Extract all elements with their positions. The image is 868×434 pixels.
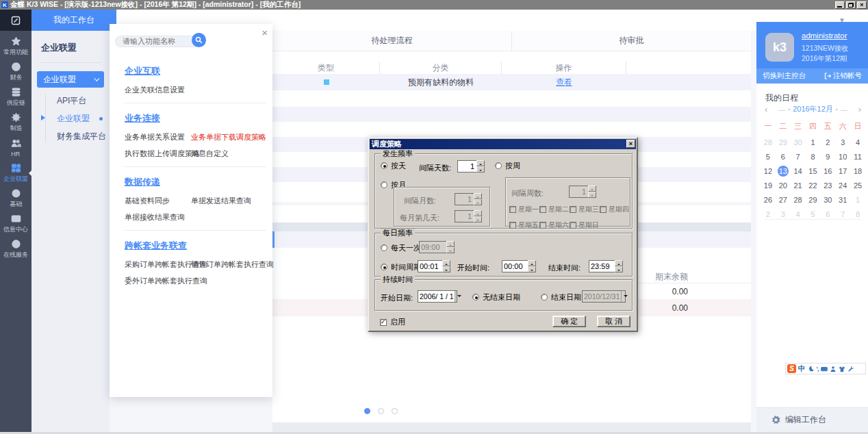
sidebar-item-common[interactable]: 常用功能 <box>0 34 31 59</box>
edit-workspace-button[interactable]: 编辑工作台 <box>756 407 868 432</box>
close-button[interactable]: × <box>857 1 867 9</box>
spin-down[interactable] <box>442 266 450 272</box>
start-time-spinner[interactable]: 00:00 <box>502 260 536 272</box>
view-link[interactable]: 查看 <box>556 77 572 88</box>
start-date-dropdown[interactable]: 2006/ 1 / 1 <box>418 290 457 303</box>
dropdown-arrow-icon[interactable] <box>455 291 457 302</box>
calendar-day[interactable]: 2 <box>820 137 835 148</box>
dialog-titlebar[interactable]: 调度策略 <box>370 139 636 149</box>
spin-down[interactable] <box>615 266 623 272</box>
calendar-day[interactable]: 4 <box>791 209 806 220</box>
function-link[interactable]: 业务单据关系设置 <box>125 132 191 142</box>
function-link[interactable]: 销售订单跨帐套执行查询 <box>191 259 274 270</box>
calendar-day[interactable]: 25 <box>850 180 865 191</box>
interval-days-spinner[interactable]: 1 <box>457 160 485 173</box>
sidebar-item-online-service[interactable]: 在线服务 <box>0 236 31 261</box>
calendar-day[interactable]: 7 <box>791 151 806 162</box>
calendar-day[interactable]: 28 <box>761 137 776 148</box>
calendar-day[interactable]: 18 <box>850 166 865 177</box>
sogou-logo-icon[interactable]: S <box>787 364 796 373</box>
calendar-day[interactable]: 29 <box>806 194 821 205</box>
end-time-spinner[interactable]: 23:59 <box>589 260 623 272</box>
cancel-button[interactable]: 取 消 <box>597 316 630 327</box>
function-link[interactable]: 消息自定义 <box>191 149 266 159</box>
function-link[interactable]: 委外订单跨帐套执行查询 <box>125 276 191 286</box>
spin-up[interactable] <box>615 260 623 266</box>
radio-by-day[interactable]: 按天 <box>381 162 406 170</box>
radio-end-date[interactable]: 结束日期: <box>541 293 583 301</box>
calendar-day[interactable]: 8 <box>850 209 865 220</box>
calendar-prev-icon[interactable]: ‹ <box>763 104 769 114</box>
calendar-day[interactable]: 30 <box>791 137 806 148</box>
calendar-day[interactable]: 31 <box>835 194 850 205</box>
ime-language-toggle[interactable]: 中 <box>798 364 806 374</box>
function-link[interactable]: 采购订单跨帐套执行查询 <box>125 259 191 270</box>
page-dot-2[interactable] <box>378 408 384 414</box>
spin-up[interactable] <box>528 260 536 266</box>
function-link[interactable]: 业务单据下载调度策略 <box>191 132 266 142</box>
logout-link[interactable]: 注销帐号 <box>824 71 862 81</box>
calendar-day[interactable]: 6 <box>776 151 791 162</box>
search-button[interactable] <box>192 33 206 47</box>
function-link[interactable]: 基础资料同步 <box>125 196 191 206</box>
sidebar-item-basic[interactable]: 基础 <box>0 186 31 211</box>
spin-up[interactable] <box>442 260 450 266</box>
tab-pending-approvals[interactable]: 待审批 <box>511 31 751 51</box>
sidebar-item-enterprise-alliance[interactable]: 企业联盟 <box>0 160 31 186</box>
calendar-day[interactable]: 10 <box>835 151 850 162</box>
minimize-button[interactable] <box>835 1 845 9</box>
ok-button[interactable]: 确 定 <box>552 316 586 327</box>
calendar-day[interactable]: 12 <box>761 166 776 177</box>
function-link[interactable]: 企业关联信息设置 <box>125 85 191 95</box>
calendar-day[interactable]: 29 <box>776 137 791 148</box>
calendar-day[interactable]: 27 <box>776 194 791 205</box>
switch-console-link[interactable]: 切换到主控台 <box>763 71 806 81</box>
person-icon[interactable] <box>830 366 837 372</box>
radio-once-daily[interactable]: 每天一次 <box>381 244 421 252</box>
calendar-day[interactable]: 13 <box>776 166 791 177</box>
radio-no-end-date[interactable]: 无结束日期 <box>472 293 520 301</box>
flyout-close-icon[interactable]: × <box>261 28 268 38</box>
menu-item-enterprise-alliance[interactable]: 企业联盟 <box>45 110 110 127</box>
period-spinner[interactable]: 00:01 <box>418 260 450 272</box>
calendar-day[interactable]: 24 <box>835 180 850 191</box>
module-dropdown-button[interactable]: 企业联盟 <box>37 71 104 88</box>
workspace-menu-button[interactable] <box>0 10 31 31</box>
calendar-day[interactable]: 4 <box>850 137 865 148</box>
calendar-day[interactable]: 14 <box>791 166 806 177</box>
dialog-close-button[interactable]: × <box>626 140 635 148</box>
calendar-day[interactable]: 28 <box>791 194 806 205</box>
skin-shirt-icon[interactable] <box>839 366 845 372</box>
calendar-day[interactable]: 20 <box>776 180 791 191</box>
calendar-day[interactable]: 3 <box>835 137 850 148</box>
calendar-day[interactable]: 7 <box>835 209 850 220</box>
calendar-next-icon[interactable]: › <box>857 104 863 114</box>
sidebar-item-finance[interactable]: $ 财务 <box>0 59 31 84</box>
function-link[interactable]: 执行数据上传调度策略 <box>125 149 191 159</box>
username-link[interactable]: administrator <box>802 31 847 40</box>
calendar-day[interactable]: 5 <box>806 209 821 220</box>
restore-button[interactable] <box>846 1 856 9</box>
calendar-day[interactable]: 3 <box>776 209 791 220</box>
calendar-day[interactable]: 17 <box>835 166 850 177</box>
calendar-day[interactable]: 22 <box>806 180 821 191</box>
sidebar-item-message-center[interactable]: 信息中心 <box>0 211 31 236</box>
radio-by-week[interactable]: 按周 <box>495 162 520 170</box>
calendar-day[interactable]: 6 <box>820 209 835 220</box>
calendar-day[interactable]: 30 <box>820 194 835 205</box>
spin-up[interactable] <box>476 160 485 166</box>
search-input[interactable] <box>115 36 201 47</box>
punctuation-toggle[interactable]: ’, <box>817 366 819 372</box>
calendar-day[interactable]: 2 <box>761 209 776 220</box>
sidebar-item-manufacturing[interactable]: 制造 <box>0 110 31 135</box>
calendar-day[interactable]: 21 <box>791 180 806 191</box>
page-dot-1[interactable] <box>364 408 370 414</box>
radio-time-period[interactable]: 时间周期 <box>381 263 421 271</box>
menu-item-api-platform[interactable]: API平台 <box>45 92 110 110</box>
calendar-day[interactable]: 8 <box>806 151 821 162</box>
tab-my-workspace[interactable]: 我的工作台 <box>31 10 116 31</box>
spin-down[interactable] <box>528 266 536 272</box>
tab-pending-flows[interactable]: 待处理流程 <box>272 31 511 51</box>
moon-icon[interactable] <box>808 366 815 372</box>
enable-checkbox[interactable]: 启用 <box>380 317 405 327</box>
